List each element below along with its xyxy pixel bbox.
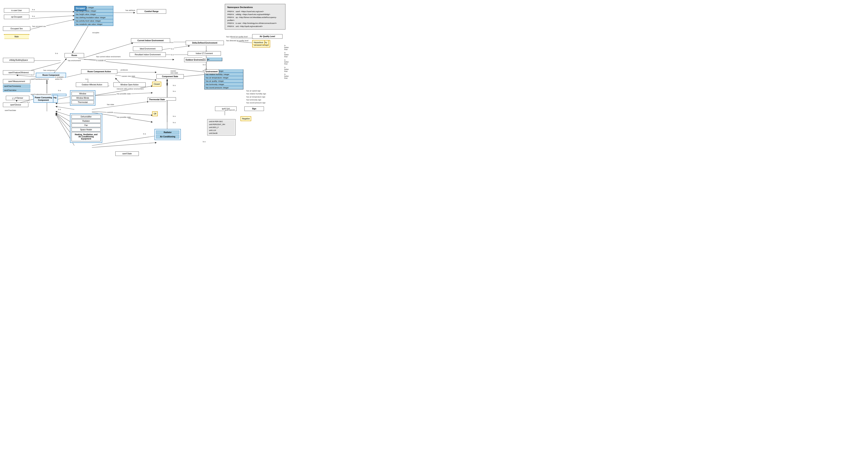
is-a-outdoor-env-label: is a (202, 64, 206, 66)
hvac-node: Heating, Ventilation, andAir Conditionin… (71, 132, 101, 141)
negative-node: Negative (241, 116, 251, 121)
is-a-env-label: is a (202, 70, 206, 71)
has-possible-state2-label: has possible state (116, 116, 131, 118)
ideal-env-node: Ideal Environment (133, 46, 162, 51)
radiator-node: Radiator (156, 131, 179, 134)
is-a-sensor-label: is a (12, 98, 15, 100)
saref-timestamp-node: saref:hasTimestamp (3, 85, 30, 88)
unit-values-box: unit:M-PER-SEC unit:PERCENT_RH unit:DEG_… (207, 119, 236, 135)
env-attr-6: has sound pressure: integer (205, 86, 243, 89)
diagram-container: Namespace Declarations PREFIX saref: <ht… (0, 0, 289, 160)
s4bldg-building-node: s4bldg:BuildingSpace (3, 58, 34, 62)
sign-node: Sign (244, 106, 264, 111)
has-environment-label: has environment (67, 60, 81, 62)
qudt-has-unit-label: qudt:hasUnit (224, 109, 235, 111)
sign-air-speed: has air speed sign (246, 90, 266, 92)
sign-luminosity: has luminosity sign (246, 98, 266, 101)
is-a-closed-label: is a (173, 90, 176, 92)
thermostat-state-node: Thermostat State (148, 98, 166, 102)
occ-attr-3: has height value: integer (74, 12, 113, 16)
saref-has-measurement-label: saref:hasMeasurement (30, 78, 49, 80)
op-occupant-node: op:Occupant (4, 15, 29, 19)
prefix-s4bldg: PREFIX s4bldg: <https://saref.etsi.org/s… (227, 13, 283, 16)
window-node: Window (71, 92, 94, 96)
is-a-power-label: is a (58, 108, 61, 110)
svg-line-8 (84, 43, 133, 58)
hazardous-node: Hazardous (252, 40, 265, 45)
room-component-action-node: Room Component Action (81, 69, 117, 74)
has-occupant-sex-label: has occupant sex (32, 25, 46, 27)
produces-label: produces (120, 69, 128, 71)
saref-hasvalue-node: saref:hasValue (3, 89, 30, 92)
is-a-s4bldg-label: is a (55, 53, 58, 54)
is-a-off-label: is a (173, 122, 176, 124)
prefix-ic-user: PREFIX ic-user: <http://ontology.tno.nl/… (227, 22, 283, 25)
non-power-items-box: Window Window Blinds Thermostat (70, 90, 95, 106)
better-4: is better than (284, 66, 289, 72)
namespace-box: Namespace Declarations PREFIX saref: <ht… (225, 4, 285, 30)
occupies-label: occupies (92, 32, 100, 34)
svg-line-41 (92, 102, 149, 109)
is-a-delta-label: is a (202, 52, 206, 54)
is-a-feature-label: is a (30, 74, 34, 76)
unit-rh: unit:PERCENT_RH (208, 123, 235, 126)
better-2: is better than (284, 52, 289, 58)
is-a-non-power-label: is a (58, 90, 61, 92)
svg-line-12 (53, 59, 66, 74)
causes-new-state2-label: causesnew state (170, 70, 179, 74)
resultant-indoor-env-node: Resultant Indoor Environment (130, 53, 166, 57)
svg-line-20 (160, 46, 190, 50)
env-attr-5: has luminosity: integer (205, 82, 243, 86)
power-consuming-node: Power ConsumingComponent (33, 95, 53, 103)
male-node: Male (4, 35, 29, 39)
has-component-label: has component (43, 69, 56, 71)
has-inferred-label: has inferred air quality level (226, 36, 248, 38)
delta-defined-env-node: Delta-Defined Environment (186, 41, 224, 45)
environment-box: Environment has air speed: integer has r… (204, 69, 243, 90)
air-conditioning-node: Air Conditioning (156, 135, 179, 138)
occupant-header: Occupant (74, 6, 86, 11)
occupant-box: Occupant has age value: integer has weig… (74, 6, 114, 26)
is-a-resultant2-label: is a (170, 54, 174, 56)
room-node: Room (64, 53, 84, 58)
makes-measurement-label: saref:makesMeasurement (30, 93, 52, 95)
ic-user-user-node: ic-user:User (4, 8, 29, 13)
better-5: is better than (284, 73, 289, 79)
is-a-radiator-label: is a (143, 133, 146, 135)
is-a-op-label: is a (32, 15, 35, 17)
radiator-component-node: Radiator (71, 119, 101, 123)
svg-line-45 (92, 143, 156, 147)
unit-mps: unit:M-PER-SEC (208, 120, 235, 123)
power-items-box: Dehumidifier Radiator Fan Space Heater H… (70, 113, 102, 143)
saref-state-node: saref:State (115, 151, 139, 156)
has-current-indoor-label: has current indoor environment (96, 56, 121, 58)
comfort-range-node: Comfort Range (137, 9, 166, 14)
window-open-action-node: Window Open Action (114, 82, 146, 87)
is-a-on-label: is a (173, 115, 176, 117)
saref-sensor-node: saref:Sensor (6, 96, 29, 100)
fan-node: Fan (71, 124, 101, 127)
has-state-thermostat-label: has state (106, 104, 115, 105)
causes-new-state-label: causes new state (121, 75, 136, 77)
is-a-resultant-label: is a (170, 48, 174, 50)
saref-feature-node: saref:FeatureOfInterest (3, 70, 34, 75)
outdoor-affected-action-node: Outdoor Affected Action (76, 82, 108, 87)
is-outside-of-label: is outside of (96, 60, 106, 62)
is-a-outdoor-label: is a (85, 78, 89, 80)
prefix-op: PREFIX op: <http://bimerr.iot.linkeddata… (227, 16, 283, 22)
occ-attr-5: has activity level value: integer (74, 19, 113, 23)
is-available-label: is availableaction for (55, 76, 64, 80)
is-a-open-label: is a (173, 85, 176, 86)
current-indoor-env-node: Current Indoor Environment (131, 38, 170, 43)
has-detected-label: has detected air quality level (226, 40, 249, 42)
interacts-outdoor-label: interacts with outdoor environment (116, 88, 144, 90)
air-quality-level-node: Air Quality Level (252, 34, 282, 39)
prefix-saref: PREFIX saref: <https://saref.etsi.org/co… (227, 10, 283, 13)
is-a-indoor-label: is a (202, 58, 206, 60)
sign-sound: has sound pressure sign (246, 101, 266, 104)
env-attr-3: has air temperature: integer (205, 76, 243, 79)
is-a-user-label: is a (32, 9, 35, 10)
occupant-sex-node: Occupant Sex (3, 26, 30, 31)
saref-measurement-node: saref:Measurement (3, 79, 30, 83)
better-1: is better than (284, 44, 289, 50)
